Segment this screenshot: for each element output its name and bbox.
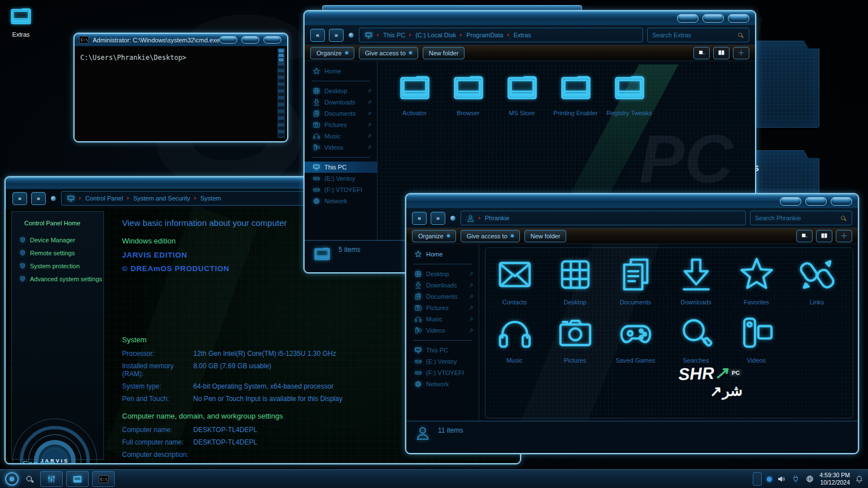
preview-pane-button[interactable] (713, 47, 730, 59)
back-button[interactable]: « (12, 192, 27, 205)
sidebar-item-device-manager[interactable]: Device Manager (12, 237, 103, 243)
sidebar-item-network[interactable]: Network (406, 378, 479, 390)
taskbar-settings-app-button[interactable] (40, 471, 63, 487)
forward-button[interactable]: » (431, 212, 445, 225)
breadcrumb-segment-system-and-security[interactable]: System and Security (133, 195, 190, 202)
sidebar-item-this-pc[interactable]: This PC (305, 162, 377, 173)
cmd-output[interactable]: C:\Users\Phrankie\Desktop> (75, 46, 287, 141)
file-item-activator[interactable]: Activator (388, 69, 441, 117)
sidebar-item-f-vtoyefi[interactable]: (F:) VTOYEFI (305, 184, 377, 195)
preview-pane-button[interactable] (816, 230, 832, 242)
file-item-music[interactable]: Music (488, 313, 541, 364)
sidebar-item-videos[interactable]: Videos (406, 325, 479, 336)
change-view-button[interactable] (796, 230, 813, 242)
start-button[interactable] (5, 472, 19, 486)
breadcrumb[interactable]: This PC(C:) Local DiskProgramDataExtras (359, 28, 643, 42)
power-icon[interactable] (791, 474, 800, 483)
help-button[interactable] (733, 47, 749, 59)
sidebar-item-downloads[interactable]: Downloads (406, 280, 479, 291)
sidebar-item-documents[interactable]: Documents (305, 108, 377, 119)
breadcrumb-segment-c-local-disk[interactable]: (C:) Local Disk (415, 32, 456, 38)
file-item-favorites[interactable]: Favorites (730, 255, 783, 306)
desktop-icon-extras[interactable]: Extras (5, 3, 37, 38)
back-button[interactable]: « (412, 212, 427, 225)
back-button[interactable]: « (310, 29, 325, 42)
sidebar-item-network[interactable]: Network (305, 195, 377, 207)
toolbar-button-organize[interactable]: Organize (310, 47, 354, 59)
breadcrumb-segment-this-pc[interactable]: This PC (383, 32, 405, 38)
sidebar-item-music[interactable]: Music (305, 130, 377, 142)
sidebar-item-this-pc[interactable]: This PC (406, 345, 479, 356)
sidebar-item-e-ventoy[interactable]: (E:) Ventoy (406, 356, 479, 367)
file-item-videos[interactable]: Videos (730, 313, 783, 364)
network-icon[interactable] (805, 474, 814, 483)
sidebar-item-control-panel-home[interactable]: Control Panel Home (12, 220, 103, 226)
toolbar-button-new-folder[interactable]: New folder (524, 230, 567, 242)
file-item-contacts[interactable]: Contacts (488, 255, 541, 306)
toolbar-button-organize[interactable]: Organize (412, 230, 456, 242)
help-button[interactable] (836, 230, 852, 242)
sidebar-item-videos[interactable]: Videos (305, 142, 377, 153)
close-button[interactable] (831, 197, 852, 206)
change-view-button[interactable] (693, 47, 710, 59)
minimize-button[interactable] (677, 14, 698, 23)
sidebar-item-advanced-system-settings[interactable]: Advanced system settings (12, 276, 103, 282)
file-item-pictures[interactable]: Pictures (548, 313, 602, 364)
sidebar-item-f-vtoyefi[interactable]: (F:) VTOYEFI (406, 367, 479, 378)
maximize-button[interactable] (702, 14, 724, 23)
taskbar-clock[interactable]: 4:59:30 PM 10/12/2024 (819, 472, 850, 486)
sidebar-item-documents[interactable]: Documents (406, 291, 479, 302)
breadcrumb-segment-system[interactable]: System (201, 195, 222, 202)
maximize-button[interactable] (241, 36, 259, 43)
file-item-registry-tweaks[interactable]: Registry Tweaks (602, 69, 656, 117)
file-item-saved-games[interactable]: Saved Games (609, 313, 662, 364)
taskbar-search-button[interactable] (25, 474, 34, 484)
sidebar-item-system-protection[interactable]: System protection (12, 263, 103, 269)
close-button[interactable] (263, 36, 281, 43)
sidebar-item-music[interactable]: Music (406, 313, 479, 325)
forward-button[interactable]: » (329, 29, 344, 42)
sidebar-item-downloads[interactable]: Downloads (305, 97, 377, 108)
file-item-searches[interactable]: Searches (669, 313, 723, 364)
sidebar-item-home[interactable]: Home (406, 249, 479, 260)
sidebar-item-pictures[interactable]: Pictures (406, 302, 479, 313)
status-dot-icon[interactable] (767, 477, 772, 482)
file-item-downloads[interactable]: Downloads (669, 255, 723, 306)
sidebar-item-remote-settings[interactable]: Remote settings (12, 250, 103, 256)
explorer-titlebar[interactable] (305, 11, 755, 25)
sidebar-item-desktop[interactable]: Desktop (406, 268, 479, 280)
minimize-button[interactable] (780, 197, 801, 206)
cmd-titlebar[interactable]: C:\ Administrator: C:\Windows\system32\c… (75, 34, 287, 46)
file-item-ms-store[interactable]: MS Store (495, 69, 549, 117)
sidebar-item-pictures[interactable]: Pictures (305, 119, 377, 130)
breadcrumb-segment-extras[interactable]: Extras (514, 32, 531, 38)
sidebar-item-desktop[interactable]: Desktop (305, 85, 377, 97)
search-input[interactable]: Search Extras (647, 28, 749, 42)
notifications-bell-button[interactable] (855, 475, 863, 483)
volume-icon[interactable] (777, 474, 786, 483)
scrollbar[interactable] (277, 48, 285, 138)
minimize-button[interactable] (219, 36, 237, 43)
explorer-titlebar[interactable] (406, 194, 858, 208)
file-item-browser[interactable]: Browser (441, 69, 495, 117)
sidebar-item-home[interactable]: Home (305, 66, 377, 77)
breadcrumb-segment-phrankie[interactable]: Phrankie (485, 215, 509, 221)
close-button[interactable] (728, 14, 749, 23)
toolbar-button-give-access-to[interactable]: Give access to (461, 230, 520, 242)
file-item-links[interactable]: Links (790, 255, 844, 306)
sidebar-item-e-ventoy[interactable]: (E:) Ventoy (305, 173, 377, 184)
forward-button[interactable]: » (31, 192, 46, 205)
file-list-area[interactable]: ContactsDesktopDocumentsDownloadsFavorit… (479, 244, 858, 421)
search-input[interactable]: Search Phrankie (750, 211, 852, 225)
toolbar-button-give-access-to[interactable]: Give access to (359, 47, 418, 59)
toolbar-button-new-folder[interactable]: New folder (423, 47, 465, 59)
breadcrumb-segment-control-panel[interactable]: Control Panel (85, 195, 123, 202)
breadcrumb-segment-programdata[interactable]: ProgramData (466, 32, 503, 38)
file-item-documents[interactable]: Documents (609, 255, 662, 306)
file-item-printing-enabler[interactable]: Printing Enabler (549, 69, 602, 117)
breadcrumb[interactable]: Phrankie (461, 211, 746, 225)
file-item-desktop[interactable]: Desktop (548, 255, 602, 306)
taskbar-file-explorer-app-button[interactable] (66, 471, 89, 487)
taskbar-command-prompt-app-button[interactable]: C:\ (92, 471, 115, 487)
maximize-button[interactable] (805, 197, 827, 206)
